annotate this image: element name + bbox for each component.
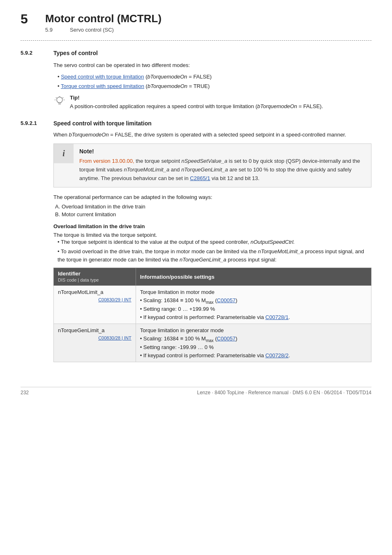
table-cell-info2: Torque limitation in generator mode • Sc… [136, 324, 371, 362]
value-true: TRUE [194, 83, 208, 89]
alpha-item-a: Overload limitation in the drive train [62, 204, 371, 210]
section-592-intro: The servo control can be operated in two… [53, 61, 371, 69]
info-bullet-2-2: • Setting range: -199.99 … 0 % [140, 344, 214, 350]
id-main-1: nTorqueMotLimit_a [58, 289, 104, 295]
param-bTorquemodeOn-2: bTorquemodeOn [148, 83, 187, 89]
sub-chapter: 5.9 Servo control (SC) [45, 27, 161, 33]
overload-bullets: The torque setpoint is identical to the … [58, 238, 371, 264]
svg-line-5 [56, 97, 57, 98]
intro-param: bTorquemodeOn [69, 132, 109, 138]
c00057-link-1[interactable]: C00057 [217, 297, 236, 303]
section-592-title: Types of control [53, 50, 98, 56]
overload-bullet-2: To avoid overload in the drive train, th… [58, 247, 371, 264]
note-icon: i [54, 144, 74, 163]
note-body: Note! From version 13.00.00, the torque … [74, 144, 371, 187]
overload-bullet-1: The torque setpoint is identical to the … [58, 238, 371, 246]
tip-label: Tip! [70, 95, 323, 101]
chapter-header: 5 Motor control (MCTRL) 5.9 Servo contro… [21, 12, 371, 33]
info-bullet-1-2: • Setting range: 0 … +199.99 % [140, 306, 215, 312]
nOutputSpeedCtrl: nOutputSpeedCtrl. [251, 239, 295, 245]
page-number: 232 [21, 390, 29, 395]
control-modes-list: Speed control with torque limitation (bT… [58, 73, 371, 90]
id-sub-link-2[interactable]: C00830/28 | INT [58, 335, 131, 342]
sub-chapter-title: Servo control (SC) [70, 27, 114, 33]
alpha-item-b: Motor current limitation [62, 211, 371, 217]
svg-point-0 [57, 97, 62, 103]
note-text: From version 13.00.00, the torque setpoi… [79, 157, 365, 183]
footer-info: Lenze · 8400 TopLine · Reference manual … [197, 390, 371, 395]
svg-line-4 [62, 97, 63, 98]
tip-icon [53, 95, 66, 110]
id-sub-link-1[interactable]: C00830/29 | INT [58, 296, 131, 303]
note-label: Note! [79, 148, 365, 155]
page-footer: 232 Lenze · 8400 TopLine · Reference man… [21, 387, 371, 395]
section-5921-title: Speed control with torque limitation [53, 120, 152, 127]
torque-control-link[interactable]: Torque control with speed limitation [61, 83, 144, 89]
note-highlight: From version 13.00.00, [79, 158, 134, 164]
section-5921-num: 5.9.2.1 [21, 120, 45, 126]
parameters-table: Identifier DIS code | data type Informat… [53, 268, 371, 362]
info-bullet-2-3: • If keypad control is performed: Parame… [140, 352, 290, 358]
table-col2-header: Information/possible settings [136, 268, 371, 286]
note-c2865-link[interactable]: C2865/1 [190, 175, 210, 181]
tip-box: Tip! A position-controlled application r… [53, 95, 371, 111]
note-italic3: nTorqueGenLimit_a [181, 166, 228, 173]
section-divider [21, 40, 371, 41]
chapter-number: 5 [21, 12, 37, 25]
value-false: FALSE [193, 74, 210, 80]
tip-text: A position-controlled application requir… [70, 102, 323, 111]
info-bullet-1-3: • If keypad control is performed: Parame… [140, 314, 290, 320]
table-cell-id2: nTorqueGenLimit_a C00830/28 | INT [54, 324, 136, 362]
section-592-heading: 5.9.2 Types of control [21, 50, 371, 56]
section-5921-content: When bTorquemodeOn = FALSE, the drive sy… [53, 132, 371, 362]
table-col1-header: Identifier DIS code | data type [54, 268, 136, 286]
info-title-2: Torque limitation in generator mode [140, 327, 224, 333]
section-592-num: 5.9.2 [21, 50, 45, 56]
c00728-2-link[interactable]: C00728/2 [265, 352, 288, 358]
tip-content: Tip! A position-controlled application r… [70, 95, 323, 111]
table-row: nTorqueGenLimit_a C00830/28 | INT Torque… [54, 324, 371, 362]
info-icon-char: i [62, 149, 65, 158]
overload-title: Overload limitation in the drive train [53, 223, 371, 229]
c00057-link-2[interactable]: C00057 [217, 335, 236, 342]
table-cell-id1: nTorqueMotLimit_a C00830/29 | INT [54, 286, 136, 324]
table-row: nTorqueMotLimit_a C00830/29 | INT Torque… [54, 286, 371, 324]
nTorqueMotLimit: nTorqueMotLimit_a [258, 248, 304, 254]
tip-param: bTorquemodeOn [257, 103, 297, 109]
section-5921-wrapper: 5.9.2.1 Speed control with torque limita… [21, 120, 371, 362]
overload-intro: The torque is limited via the torque set… [53, 232, 371, 238]
alpha-list: Overload limitation in the drive train M… [62, 204, 371, 217]
id-main-2: nTorqueGenLimit_a [58, 327, 104, 333]
info-bullet-2-1: • Scaling: 16384 ≡ 100 % Mmax (C00057) [140, 335, 238, 342]
operational-intro: The operational performance can be adapt… [53, 194, 371, 200]
param-bTorquemodeOn-1: bTorquemodeOn [147, 74, 187, 80]
chapter-title: Motor control (MCTRL) [45, 12, 161, 25]
note-italic2: nTorqueMotLimit_a [124, 166, 169, 173]
note-italic1: nSpeedSetValue_a [182, 158, 228, 164]
list-item-torque-control: Torque control with speed limitation (bT… [58, 82, 371, 90]
info-title-1: Torque limitation in motor mode [140, 289, 214, 295]
info-bullet-1-1: • Scaling: 16384 ≡ 100 % Mmax (C00057) [140, 297, 238, 303]
sub-chapter-num: 5.9 [45, 27, 62, 33]
note-box: i Note! From version 13.00.00, the torqu… [53, 143, 371, 187]
table-cell-info1: Torque limitation in motor mode • Scalin… [136, 286, 371, 324]
c00728-1-link[interactable]: C00728/1 [265, 314, 288, 320]
section-592-content: The servo control can be operated in two… [53, 61, 371, 110]
speed-control-link[interactable]: Speed control with torque limitation [61, 74, 144, 80]
list-item-speed-control: Speed control with torque limitation (bT… [58, 73, 371, 81]
section-5921-heading: 5.9.2.1 Speed control with torque limita… [21, 120, 371, 127]
section-5921-intro: When bTorquemodeOn = FALSE, the drive sy… [53, 132, 371, 138]
nTorqueGenLimit: nTorqueGenLimit_a [180, 257, 226, 263]
